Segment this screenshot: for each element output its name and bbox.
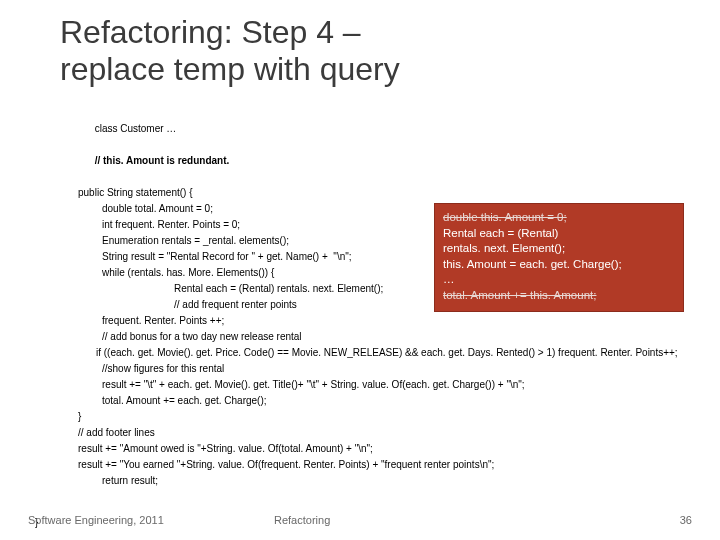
code-l11: if ((each. get. Movie(). get. Price. Cod…	[48, 345, 690, 361]
footer-mid: Refactoring	[274, 514, 330, 526]
code-l9: frequent. Renter. Points ++;	[78, 313, 690, 329]
code-l16: // add footer lines	[78, 425, 690, 441]
code-l15: }	[78, 409, 690, 425]
code-l18: result += "You earned "+String. value. O…	[78, 457, 690, 473]
footer-right: 36	[680, 514, 692, 526]
code-l10: // add bonus for a two day new release r…	[78, 329, 690, 345]
code-l17: result += "Amount owed is "+String. valu…	[78, 441, 690, 457]
callout-l3: this. Amount = each. get. Charge();	[443, 257, 675, 273]
slide-title: Refactoring: Step 4 – replace temp with …	[60, 14, 680, 88]
callout-l4: …	[443, 272, 675, 288]
callout-l2b: rentals. next. Element();	[443, 241, 675, 257]
code-l19: return result;	[78, 473, 690, 489]
code-l13: result += "\t" + each. get. Movie(). get…	[78, 377, 690, 393]
code-l12: //show figures for this rental	[78, 361, 690, 377]
redundant-comment: // this. Amount is redundant.	[95, 155, 230, 166]
code-l1: public String statement() {	[78, 185, 690, 201]
callout-strike: double this. Amount = 0;	[443, 210, 675, 226]
footer-left: Software Engineering, 2011	[28, 514, 164, 526]
code-l14: total. Amount += each. get. Charge();	[78, 393, 690, 409]
class-decl: class Customer …	[95, 123, 177, 134]
slide: Refactoring: Step 4 – replace temp with …	[0, 0, 720, 540]
title-line1: Refactoring: Step 4 – replace temp with …	[60, 14, 400, 87]
callout-l2a: Rental each = (Rental)	[443, 226, 675, 242]
callout-l5: total. Amount += this. Amount;	[443, 288, 675, 304]
class-line: class Customer … // this. Amount is redu…	[78, 105, 690, 185]
callout-box: double this. Amount = 0; Rental each = (…	[434, 203, 684, 312]
